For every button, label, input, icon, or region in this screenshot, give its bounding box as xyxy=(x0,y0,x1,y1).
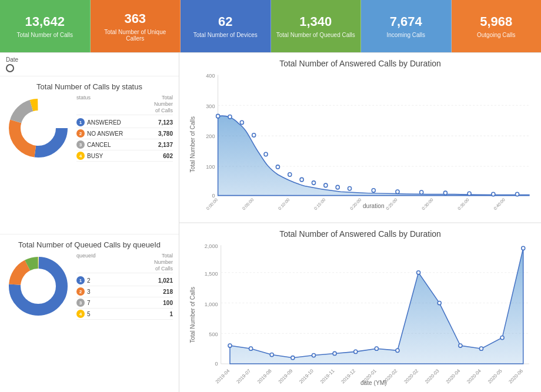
svg-point-21 xyxy=(228,115,232,118)
svg-point-29 xyxy=(324,183,328,187)
list-item: 3 7 100 xyxy=(76,297,173,309)
svg-point-22 xyxy=(240,120,243,124)
svg-text:2019-10: 2019-10 xyxy=(298,368,315,384)
svg-point-33 xyxy=(396,190,399,193)
svg-point-61 xyxy=(270,353,273,356)
answered-by-date-title: Total Number of Answered Calls by Durati… xyxy=(188,229,532,239)
list-item: 3 CANCEL 2,137 xyxy=(76,139,173,150)
svg-point-66 xyxy=(375,347,378,350)
svg-point-26 xyxy=(288,173,292,176)
kpi-row: 13,642 Total Number of Calls 363 Total N… xyxy=(0,0,541,53)
queued-calls-section: queueId TotalNumberof Calls 1 2 1,021 2 … xyxy=(6,253,173,320)
svg-point-64 xyxy=(333,351,336,355)
svg-point-23 xyxy=(252,133,256,137)
svg-text:2020-04: 2020-04 xyxy=(445,368,462,384)
svg-point-71 xyxy=(479,347,483,350)
kpi-outgoing-calls[interactable]: 5,968 Outgoing Calls xyxy=(452,0,542,52)
calls-by-status-title: Total Number of Calls by status xyxy=(6,82,173,91)
calendar-icon[interactable] xyxy=(6,64,14,72)
svg-text:2020-05: 2020-05 xyxy=(487,368,503,384)
queued-calls-panel: Total Number of Queued Calls by queueId xyxy=(0,234,179,392)
svg-text:200: 200 xyxy=(206,133,215,139)
main-content: Date Total Number of Calls by status xyxy=(0,53,541,392)
svg-text:0:35:00: 0:35:00 xyxy=(457,197,470,211)
svg-point-30 xyxy=(336,185,339,189)
svg-point-70 xyxy=(459,343,462,347)
date-filter[interactable]: Date xyxy=(0,53,179,76)
svg-point-24 xyxy=(264,152,268,156)
svg-point-60 xyxy=(249,347,253,350)
svg-text:400: 400 xyxy=(206,72,215,78)
svg-text:2019-07: 2019-07 xyxy=(236,368,252,384)
svg-text:date (YM): date (YM) xyxy=(360,380,387,386)
queued-donut-svg xyxy=(6,254,71,319)
duration-svg: 400 300 200 100 0 xyxy=(197,72,532,218)
queued-calls-legend: queueId TotalNumberof Calls 1 2 1,021 2 … xyxy=(76,253,173,320)
date-svg: 2,000 1,500 1,000 500 0 xyxy=(197,242,532,388)
answered-by-duration-inner: Total Number of Calls 400 30 xyxy=(188,72,532,218)
svg-text:2019-09: 2019-09 xyxy=(278,368,294,384)
svg-text:2020-06: 2020-06 xyxy=(508,368,525,384)
left-panel: Date Total Number of Calls by status xyxy=(0,53,179,392)
svg-point-62 xyxy=(291,356,295,359)
list-item: 1 ANSWERED 7,123 xyxy=(76,117,173,128)
svg-point-25 xyxy=(276,165,279,169)
calls-by-status-donut xyxy=(6,96,71,160)
svg-point-34 xyxy=(420,190,423,194)
dashboard: 13,642 Total Number of Calls 363 Total N… xyxy=(0,0,541,392)
svg-point-63 xyxy=(312,353,315,357)
svg-text:2019-12: 2019-12 xyxy=(340,368,357,384)
svg-text:2019-11: 2019-11 xyxy=(319,368,336,384)
svg-point-65 xyxy=(354,350,358,353)
y-axis-label-top: Total Number of Calls xyxy=(188,116,197,173)
right-panel: Total Number of Answered Calls by Durati… xyxy=(179,53,541,392)
donut-svg xyxy=(6,96,71,160)
svg-text:2020-02: 2020-02 xyxy=(403,368,420,384)
answered-by-duration-area: 400 300 200 100 0 xyxy=(197,72,532,218)
svg-text:1,000: 1,000 xyxy=(205,301,218,307)
svg-text:0:30:00: 0:30:00 xyxy=(420,197,434,211)
svg-text:0:25:00: 0:25:00 xyxy=(385,197,398,211)
y-axis-label-bottom: Total Number of Calls xyxy=(188,287,197,343)
svg-text:0:00:00: 0:00:00 xyxy=(205,197,219,211)
svg-point-31 xyxy=(348,187,352,190)
svg-point-20 xyxy=(216,114,220,118)
svg-point-73 xyxy=(522,246,525,250)
svg-text:0:05:00: 0:05:00 xyxy=(241,197,255,211)
queued-calls-donut xyxy=(6,254,71,319)
kpi-devices[interactable]: 62 Total Number of Devices xyxy=(181,0,271,52)
svg-point-9 xyxy=(22,270,55,303)
kpi-unique-callers[interactable]: 363 Total Number of Unique Callers xyxy=(91,0,181,52)
kpi-incoming-calls[interactable]: 7,674 Incoming Calls xyxy=(361,0,452,52)
queued-calls-title: Total Number of Queued Calls by queueId xyxy=(6,240,173,249)
list-item: 2 3 218 xyxy=(76,286,173,297)
calls-by-status-section: status TotalNumberof Calls 1 ANSWERED 7,… xyxy=(6,95,173,162)
answered-by-duration-title: Total Number of Answered Calls by Durati… xyxy=(188,59,532,68)
svg-text:2,000: 2,000 xyxy=(205,243,218,249)
svg-text:0: 0 xyxy=(215,361,218,367)
svg-text:100: 100 xyxy=(206,163,215,170)
kpi-total-calls[interactable]: 13,642 Total Number of Calls xyxy=(0,0,91,52)
svg-text:0:40:00: 0:40:00 xyxy=(493,197,506,211)
answered-by-duration-chart: Total Number of Answered Calls by Durati… xyxy=(179,53,541,223)
svg-text:0:10:00: 0:10:00 xyxy=(277,197,290,211)
list-item: 4 BUSY 602 xyxy=(76,150,173,162)
list-item: 4 5 1 xyxy=(76,309,173,320)
svg-point-38 xyxy=(516,192,519,196)
svg-point-32 xyxy=(372,189,375,192)
svg-point-72 xyxy=(500,336,504,339)
answered-by-date-inner: Total Number of Calls 2,000 xyxy=(188,242,532,388)
svg-point-67 xyxy=(396,349,399,352)
svg-text:0:20:00: 0:20:00 xyxy=(349,197,362,211)
kpi-queued-calls[interactable]: 1,340 Total Number of Queued Calls xyxy=(271,0,362,52)
svg-point-37 xyxy=(492,192,495,196)
svg-point-35 xyxy=(443,191,447,195)
list-item: 2 NO ANSWER 3,780 xyxy=(76,128,173,139)
list-item: 1 2 1,021 xyxy=(76,275,173,286)
svg-point-36 xyxy=(467,192,471,195)
svg-point-4 xyxy=(22,112,55,145)
svg-point-28 xyxy=(312,181,315,185)
svg-text:2020-04: 2020-04 xyxy=(466,368,482,384)
answered-by-date-chart: Total Number of Answered Calls by Durati… xyxy=(179,223,541,393)
svg-text:1,500: 1,500 xyxy=(205,270,218,276)
